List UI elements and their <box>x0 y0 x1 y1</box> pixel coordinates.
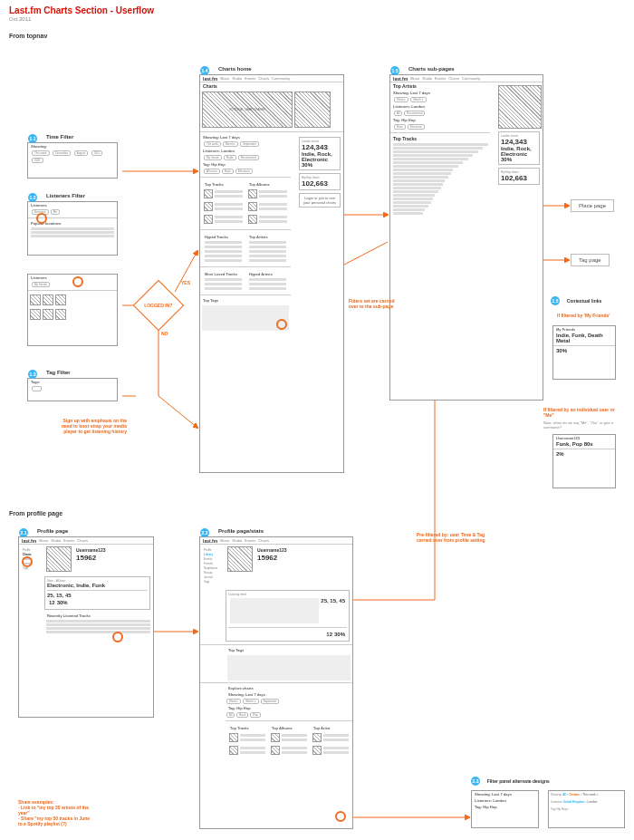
link-place-page[interactable]: Place page <box>571 199 614 212</box>
pill[interactable]: December <box>53 150 71 156</box>
pill[interactable]: August <box>74 150 88 156</box>
hiphop-card[interactable]: Hip Hop charts 102,663 <box>299 173 341 190</box>
card-user: Username123 Funk, Pop 80s 2% <box>552 434 616 488</box>
avatar <box>46 546 72 572</box>
page-header: Last.fm Charts Section - Userflow Oct 20… <box>0 0 634 27</box>
panel-title: Charts sub-pages <box>408 66 455 72</box>
note-share: Share examples: - Link to "my top 20 art… <box>18 799 91 826</box>
highlight-circle <box>335 811 346 822</box>
alt-heading: 2.3 Filter panel alternate designs <box>471 777 552 786</box>
taghh: Tag: Hip Hop <box>200 161 291 168</box>
panel-title: Listeners Filter <box>46 193 85 198</box>
pill[interactable]: 2011 <box>32 158 43 163</box>
panel-time-filter: 1.1 Time Filter Showing: This week Decem… <box>27 142 118 179</box>
badge: 1.2 <box>28 193 37 202</box>
showing-label: Showing: <box>28 143 117 150</box>
listeners-label: Listeners <box>28 202 117 208</box>
highlight-circle <box>22 556 33 567</box>
contextual-heading: 1.5 Contextual links <box>551 296 604 305</box>
panel-charts-home: 1.4 Charts home last.fmMusicRadioEventsC… <box>199 74 344 473</box>
hiphop-card[interactable]: Hip Hop charts 102,663 <box>498 168 540 185</box>
yes-label: YES <box>181 280 190 285</box>
panel-tag-filter: 1.3 Tag Filter Tags: <box>27 378 118 401</box>
listeners: Listeners: London <box>200 148 291 154</box>
showing: Showing: Last 7 days <box>200 134 291 140</box>
note-signup: Sign up with emphasis on the need to boo… <box>54 418 127 434</box>
panel-charts-sub: 1.5 Charts sub-pages last.fmMusicRadioEv… <box>389 74 543 401</box>
hero-img <box>498 85 542 129</box>
note-userfilter: If filtered by an individual user or "Me… <box>543 407 616 418</box>
note-carryover: Filters set are carried over to the sub-… <box>349 298 399 309</box>
top-nav: last.fmMusicRadioEventsChartsCommunity <box>390 75 543 82</box>
badge: 1.1 <box>28 134 37 143</box>
page-date: Oct 2011 <box>9 16 625 22</box>
panel-title: Charts home <box>218 66 252 72</box>
panel-title: Profile page <box>37 528 68 534</box>
badge: 2.1 <box>19 528 28 537</box>
tags-label: Tags: <box>28 379 117 385</box>
hero-img <box>294 92 331 128</box>
london-card[interactable]: London charts 124,343 Indie, Rock, Elect… <box>498 131 540 165</box>
badge: 2.2 <box>200 528 209 537</box>
svg-line-4 <box>158 396 197 428</box>
highlight-circle <box>36 213 47 224</box>
panel-listeners-filter: 1.2 Listeners Filter Listeners EveryoneM… <box>27 201 118 256</box>
teaser: EDITORIAL CHART TEASER <box>202 92 293 128</box>
badge: 1.5 <box>390 66 399 75</box>
pill[interactable]: Me <box>51 209 60 215</box>
top-nav: last.fmMusicRadioEventsChartsCommunity <box>200 75 343 82</box>
svg-line-2 <box>175 251 197 292</box>
charts-h: Charts <box>200 82 343 90</box>
badge: 1.3 <box>28 370 37 379</box>
alt-design-2: Showing: All > October > This week ▾ Lis… <box>548 790 625 828</box>
panel-title: Time Filter <box>46 134 73 140</box>
panel-title: Tag Filter <box>46 370 71 375</box>
svg-line-9 <box>344 242 388 265</box>
login-prompt[interactable]: Login or join to see your personal chart… <box>299 193 341 208</box>
panel-title: Profile page/stats <box>218 528 264 534</box>
london-card[interactable]: London charts 124,343 Indie, Rock, Elect… <box>299 137 341 170</box>
link-tag-page[interactable]: Tag page <box>571 254 610 266</box>
badge: 1.4 <box>200 66 209 75</box>
note-prefilter: Pre-filtered by: user Time & Tag carried… <box>417 532 489 543</box>
pill[interactable]: This week <box>32 150 50 156</box>
section-topnav: From topnav <box>9 33 634 39</box>
section-profile: From profile page <box>9 510 62 517</box>
note-usernote: Note: when do we say "Me", "You" or give… <box>543 421 616 430</box>
panel-profile-page: 2.1 Profile page last.fmMusicRadioEvents… <box>18 536 154 718</box>
panel-profile-stats: 2.2 Profile page/stats last.fmMusicRadio… <box>199 536 353 829</box>
page-title: Last.fm Charts Section - Userflow <box>9 5 625 15</box>
card-myfriends: My Friends Indie, Funk, Death Metal 30% <box>552 325 616 380</box>
diagram-canvas: 1.1 Time Filter Showing: This week Decem… <box>0 43 634 840</box>
highlight-circle <box>112 632 123 642</box>
tag-input[interactable] <box>32 386 42 391</box>
pill[interactable]: 2012 <box>91 150 103 156</box>
pill[interactable]: My friends <box>32 282 50 287</box>
no-label: NO <box>161 331 168 336</box>
highlight-circle <box>72 276 83 287</box>
highlight-circle <box>276 319 287 330</box>
note-friends: If filtered by 'My Friends' <box>557 313 610 318</box>
alt-design-1: Showing: Last 7 days Listeners: London T… <box>471 790 539 828</box>
